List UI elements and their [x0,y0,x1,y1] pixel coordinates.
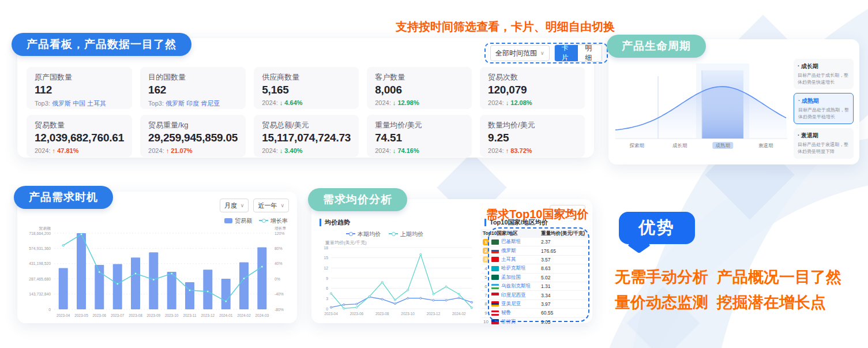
svg-text:2023-04: 2023-04 [57,313,70,317]
country-flag-icon [491,310,499,316]
year-prefix: 2024: [262,147,280,154]
stat-card: 贸易次数120,0792024: ↓ 12.08% [480,67,585,109]
table-row[interactable]: 5孟加拉国5.02 [481,274,588,282]
top3-prefix: Top3: [35,100,52,107]
table-row[interactable]: 9秘鲁60.55 [481,309,588,317]
stat-sub: 2024: ↓ 12.98% [375,99,464,106]
period-select[interactable]: 月度 ∨ [220,199,249,212]
country-flag-icon [491,240,499,245]
svg-text:0: 0 [48,308,51,312]
lifecycle-stage-card[interactable]: · 成熟期目标产品处于成熟期，整体趋势呈平稳增长 [794,93,854,124]
country-link[interactable]: 土耳其 [501,256,516,263]
lifecycle-chart: 贸易额 探索期成长期成熟期衰退期 [615,59,790,160]
stat-sub: Top3: 俄罗斯 印度 肯尼亚 [148,99,238,108]
demand-chart-legend: 贸易额 增长率 [224,217,288,225]
svg-text:2023-12: 2023-12 [201,313,215,317]
country-link[interactable]: 哈萨克斯坦 [501,265,526,272]
stat-label: 供应商数量 [262,72,351,83]
svg-text:2024-02: 2024-02 [452,312,466,316]
stat-sub: 2024: ↓ 4.64% [262,99,351,106]
delta-value: ↓ 4.64% [280,99,303,106]
svg-text:贸易额: 贸易额 [39,226,51,231]
stat-card: 客户数量8,0062024: ↓ 12.98% [367,67,472,109]
svg-text:2023-11: 2023-11 [183,313,197,317]
country-link[interactable]: 巴基斯坦 [501,238,521,245]
svg-text:718,664,200: 718,664,200 [29,231,51,235]
table-row[interactable]: 7印度尼西亚3.34 [481,291,588,300]
legend-previous-price: 上期均价 [389,230,423,238]
table-header-price: 重量均价(美元/千克) [541,230,588,237]
country-link[interactable]: 孟加拉国 [501,274,521,281]
range-select[interactable]: 近一年 ∨ [253,199,289,212]
line-swatch-icon [389,233,398,234]
svg-text:2023-10: 2023-10 [401,312,415,316]
top3-countries[interactable]: 俄罗斯 印度 肯尼亚 [166,100,220,107]
table-header-country: Top10国家/地区 [481,230,541,237]
stat-sub: 2024: ↑ 47.81% [35,147,124,154]
legend-current-price: 本期均价 [346,230,381,238]
delta-value: ↓ 74.16% [393,147,419,154]
stat-sub: 2024: ↑ 83.72% [488,147,577,154]
country-flag-icon [491,248,499,253]
svg-text:12: 12 [324,266,328,270]
detail-view-button[interactable]: 明细 [578,45,602,61]
delta-value: ↓ 12.98% [393,99,419,106]
table-row[interactable]: 2俄罗斯176.65 [481,246,588,255]
panel-title-dashboard: 产品看板，产品数据一目了然 [12,33,191,56]
svg-text:287,465,680: 287,465,680 [29,277,51,281]
view-toggle: 卡片 明细 [554,44,602,62]
top3-countries[interactable]: 俄罗斯 中国 土耳其 [52,100,106,107]
annotation-filter-note: 支持按时间筛选查看，卡片、明细自由切换 [396,19,615,35]
lifecycle-stage-card[interactable]: · 成长期目标产品处于成长期，整体趋势呈快速增长 [794,59,854,89]
stat-card: 原产国数量112Top3: 俄罗斯 中国 土耳其 [27,67,132,109]
stage-title: · 成熟期 [798,97,849,105]
year-prefix: 2024: [262,99,280,106]
svg-text:成熟期: 成熟期 [716,143,731,148]
svg-text:2024-01: 2024-01 [219,313,233,317]
country-link[interactable]: 秘鲁 [501,309,511,316]
stat-label: 目的国数量 [148,72,238,83]
panel-title-demand-timing: 产品需求时机 [14,186,113,209]
stat-value: 12,039,682,760.61 [35,132,124,144]
svg-text:18: 18 [324,246,328,250]
table-row[interactable]: 6乌兹别克斯坦1.31 [481,282,588,291]
demand-bar-line-chart: 718,664,200120%574,931,36080%431,198,520… [21,225,293,324]
country-link[interactable]: 乌兹别克斯坦 [501,283,531,290]
table-row[interactable]: 8亚美尼亚3.97 [481,300,588,309]
country-link[interactable]: 印度尼西亚 [501,292,526,299]
stat-label: 数量均价/美元 [488,120,577,130]
country-link[interactable]: 菲律宾 [501,319,516,325]
chevron-down-icon: ∨ [241,203,245,208]
svg-text:2023-10: 2023-10 [165,313,179,317]
lifecycle-stage-card[interactable]: · 衰退期目标产品处于衰退期，整体趋势呈明显下降 [794,128,854,158]
legend-growth-rate: 增长率 [259,217,288,225]
price-value: 3.57 [541,257,588,263]
stat-label: 客户数量 [375,72,464,83]
stat-value: 15,117,074,724.73 [262,132,351,144]
svg-text:2023-08: 2023-08 [375,312,389,316]
country-link[interactable]: 俄罗斯 [501,248,516,255]
lifecycle-curve: 探索期成长期成熟期衰退期 [615,59,790,152]
stat-card: 贸易数量12,039,682,760.612024: ↑ 47.81% [27,115,132,157]
svg-text:0%: 0% [275,277,280,281]
stat-card: 目的国数量162Top3: 俄罗斯 印度 肯尼亚 [140,67,246,109]
panel-title-price-analysis: 需求均价分析 [308,188,407,211]
card-view-button[interactable]: 卡片 [555,45,578,61]
stat-label: 原产国数量 [35,72,124,83]
svg-text:3: 3 [326,297,328,301]
advantage-line-2: 量价动态监测 挖掘潜在增长点 [615,292,826,313]
top10-table: Top10国家/地区重量均价(美元/千克)1巴基斯坦2.372俄罗斯176.65… [481,229,588,327]
svg-text:2023-12: 2023-12 [427,312,441,316]
table-row[interactable]: 1巴基斯坦2.37 [481,238,588,246]
stage-title: · 衰退期 [798,132,850,140]
year-prefix: 2024: [488,99,506,106]
stat-sub: 2024: ↓ 3.40% [262,147,351,154]
table-row[interactable]: 4哈萨克斯坦8.63 [481,264,588,273]
country-link[interactable]: 亚美尼亚 [501,301,521,308]
time-range-select[interactable]: 全部时间范围 ∨ [490,45,550,61]
stat-sub: 2024: ↑ 21.07% [148,147,238,154]
rank-number: 8 [483,301,489,306]
table-row[interactable]: 10菲律宾9.05 [481,318,588,327]
price-value: 176.65 [541,248,588,254]
table-row[interactable]: 3土耳其3.57 [481,256,588,264]
